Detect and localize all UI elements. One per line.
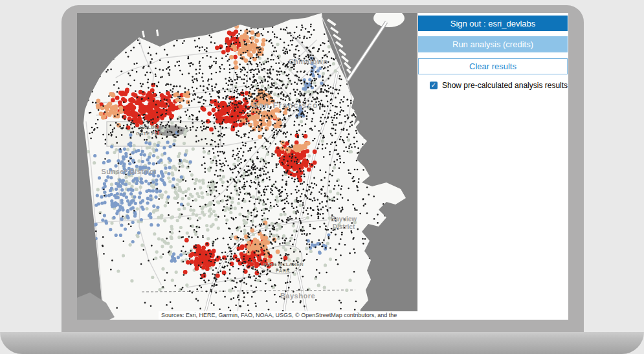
label-bayshore: Bayshore (280, 292, 315, 300)
sign-out-button[interactable]: Sign out : esri_devlabs (418, 16, 568, 31)
precalculated-results-label: Show pre-calculated analysis results (442, 81, 568, 90)
label-chinatown: Chinatown (289, 58, 328, 65)
laptop-base (0, 332, 644, 354)
run-analysis-button[interactable]: Run analysis (credits) (418, 36, 568, 52)
basemap: San FranciscoChinatownSunset DistrictBay… (77, 13, 417, 320)
label-san-francisco: San Francisco (252, 101, 318, 110)
label-golden-gate-park: GOLDENGATE PARK (136, 124, 166, 137)
precalculated-results-checkbox[interactable]: ✓ (430, 82, 438, 89)
clear-results-button[interactable]: Clear results (418, 58, 568, 74)
label-bayview-district: BayviewDistrict (331, 216, 357, 230)
laptop-frame: San FranciscoChinatownSunset DistrictBay… (61, 5, 584, 332)
app-screen: San FranciscoChinatownSunset DistrictBay… (77, 13, 568, 320)
map-canvas[interactable]: San FranciscoChinatownSunset DistrictBay… (77, 13, 417, 320)
label-sunset-district: Sunset District (101, 168, 156, 175)
precalculated-results-option: ✓ Show pre-calculated analysis results (417, 81, 568, 90)
side-panel: Sign out : esri_devlabs Run analysis (cr… (417, 13, 568, 320)
map-attribution: Sources: Esri, HERE, Garmin, FAO, NOAA, … (159, 311, 417, 320)
